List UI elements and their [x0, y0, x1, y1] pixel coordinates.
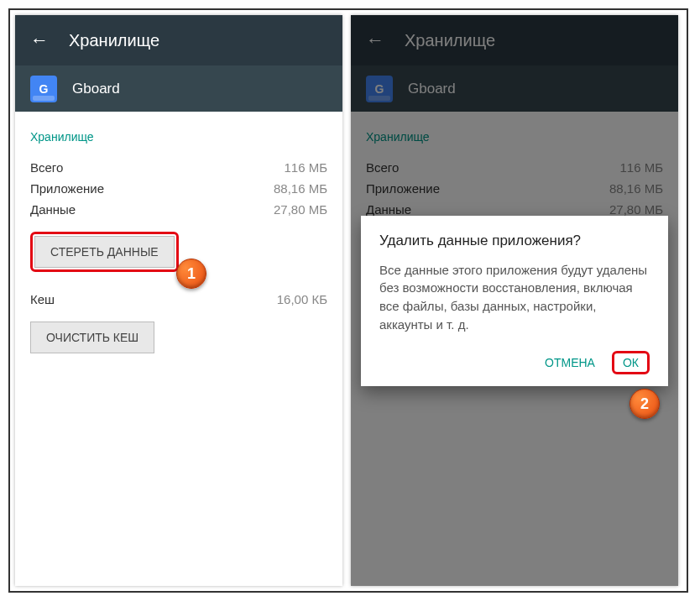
stat-app-label: Приложение [30, 181, 104, 196]
back-arrow-icon[interactable]: ← [30, 29, 49, 51]
phone-right: ← Хранилище G Gboard Хранилище Всего 116… [351, 15, 678, 586]
stat-data-value: 27,80 МБ [274, 202, 327, 217]
dialog-ok-highlight: ОК [612, 351, 650, 374]
app-row: G Gboard [15, 65, 342, 112]
stat-cache-value: 16,00 КБ [277, 292, 327, 306]
dialog-text: Все данные этого приложения будут удален… [379, 261, 650, 334]
app-name: Gboard [72, 81, 120, 97]
dialog-actions: ОТМЕНА ОК [379, 349, 650, 376]
stat-total: Всего 116 МБ [30, 157, 327, 178]
clear-data-button[interactable]: СТЕРЕТЬ ДАННЫЕ [34, 236, 175, 268]
page-title: Хранилище [69, 31, 159, 50]
stat-app-value: 88,16 МБ [274, 181, 327, 196]
stat-cache: Кеш 16,00 КБ [30, 289, 327, 310]
dialog-ok-button[interactable]: ОК [618, 349, 644, 376]
step-badge-2: 2 [629, 389, 660, 419]
stat-app: Приложение 88,16 МБ [30, 178, 327, 199]
clear-data-highlight: СТЕРЕТЬ ДАННЫЕ [30, 232, 179, 272]
confirm-dialog: Удалить данные приложения? Все данные эт… [361, 216, 668, 386]
stat-total-label: Всего [30, 160, 63, 175]
stat-total-value: 116 МБ [284, 160, 327, 175]
section-title: Хранилище [30, 130, 327, 144]
dialog-overlay: Удалить данные приложения? Все данные эт… [351, 15, 678, 586]
stat-cache-label: Кеш [30, 292, 55, 306]
step-badge-1: 1 [176, 259, 206, 289]
stat-data-label: Данные [30, 202, 76, 217]
clear-cache-button[interactable]: ОЧИСТИТЬ КЕШ [30, 322, 154, 353]
screenshots-container: ← Хранилище G Gboard Хранилище Всего 116… [8, 8, 688, 593]
content-area: Хранилище Всего 116 МБ Приложение 88,16 … [15, 112, 342, 375]
dialog-cancel-button[interactable]: ОТМЕНА [540, 349, 600, 376]
header-bar: ← Хранилище [15, 15, 342, 65]
dialog-title: Удалить данные приложения? [379, 233, 650, 249]
stat-data: Данные 27,80 МБ [30, 199, 327, 220]
gboard-app-icon: G [30, 76, 57, 102]
phone-left: ← Хранилище G Gboard Хранилище Всего 116… [15, 15, 342, 586]
